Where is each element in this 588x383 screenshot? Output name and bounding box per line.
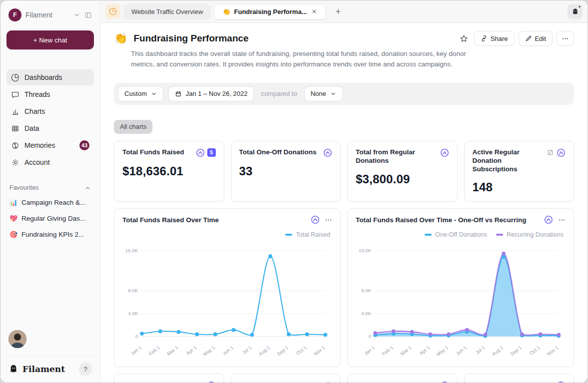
date-range-button[interactable]: Jan 1 – Nov 26, 2022 — [168, 86, 254, 101]
favourites-header[interactable]: Favourites — [6, 184, 94, 191]
dashboards-home-button[interactable] — [105, 4, 120, 19]
favourite-label: Regular Giving Das... — [21, 215, 85, 222]
favourite-item[interactable]: 🎯 Fundraising KPIs 2... — [6, 227, 94, 241]
new-tab-button[interactable] — [332, 5, 345, 18]
kpi-card-total-funds-raised[interactable]: Total Funds Raised S $18,636.01 — [114, 141, 224, 202]
kpi-card-active-subscriptions[interactable]: Active Regular Donation Subscriptions 14… — [464, 141, 575, 202]
svg-text:Oct 1: Oct 1 — [295, 345, 308, 357]
pie-chart-icon — [11, 73, 19, 82]
legend-item[interactable]: Recurring Donations — [496, 231, 564, 238]
sidebar-item-threads[interactable]: Threads — [6, 86, 94, 102]
tab-label: Website Traffic Overview — [131, 8, 203, 15]
chart-legend: One-Off DonationsRecurring Donations — [356, 231, 564, 238]
assistant-ghost-button[interactable]: ✦ — [568, 4, 583, 19]
svg-text:Sep 1: Sep 1 — [509, 345, 523, 357]
favourite-star-button[interactable] — [458, 32, 470, 45]
dashboard-emoji: 👏 — [114, 31, 127, 46]
close-icon[interactable] — [311, 8, 317, 14]
bar-chart-icon — [11, 107, 19, 116]
chart-badge-icon — [323, 148, 332, 157]
kpi-title: Active Regular Donation Subscriptions — [473, 148, 544, 174]
user-avatar[interactable] — [8, 330, 26, 348]
workspace-logo: F — [8, 8, 21, 21]
chevron-down-icon[interactable] — [73, 11, 80, 18]
favourite-item[interactable]: 💖 Regular Giving Das... — [6, 211, 94, 225]
sidebar-item-memories[interactable]: Memories 43 — [6, 137, 94, 153]
kpi-card-total-one-off-donations[interactable]: Total One-Off Donations 33 — [231, 141, 341, 202]
tab-fundraising-performance[interactable]: 👏 Fundraising Performa... — [214, 4, 326, 19]
sidebar-item-charts[interactable]: Charts — [6, 103, 94, 119]
kpi-card-ticket-sales[interactable]: Total from Ticket Sales — [114, 374, 224, 383]
dashboard-description: This dashboard tracks the overall state … — [131, 49, 476, 70]
legend-item[interactable]: One-Off Donations — [425, 231, 487, 238]
chart-card-total-funds-over-time[interactable]: Total Funds Raised Over Time Total Raise… — [114, 208, 341, 367]
sidebar-item-data[interactable]: Data — [6, 120, 94, 136]
dashboard-header: 👏 Fundraising Performance Share — [114, 31, 574, 46]
tab-label: Fundraising Performa... — [234, 8, 307, 15]
svg-text:Nov 1: Nov 1 — [546, 345, 560, 357]
chart-more-button[interactable] — [325, 216, 332, 224]
main-area: Website Traffic Overview 👏 Fundraising P… — [100, 0, 588, 383]
chart-card-one-off-vs-recurring[interactable]: Total Funds Raised Over Time - One-Off v… — [347, 208, 574, 367]
legend-item[interactable]: Total Raised — [285, 231, 330, 238]
sidebar-item-dashboards[interactable]: Dashboards — [6, 69, 94, 85]
sidebar-footer: Filament ? — [6, 363, 94, 377]
no-chart-icon — [547, 149, 554, 156]
chart-badge-icon — [557, 148, 566, 157]
compare-dropdown[interactable]: None — [304, 86, 343, 101]
svg-text:Sep 1: Sep 1 — [276, 345, 289, 357]
chart-badge-icon — [544, 215, 553, 224]
chart-more-button[interactable] — [558, 216, 566, 224]
svg-text:Feb 1: Feb 1 — [148, 345, 161, 357]
new-chat-button[interactable]: + New chat — [6, 30, 94, 49]
all-charts-chip[interactable]: All charts — [114, 120, 152, 134]
svg-text:May 1: May 1 — [202, 345, 216, 358]
svg-text:Oct 1: Oct 1 — [529, 345, 541, 357]
favourite-item[interactable]: 📊 Campaign Reach &... — [6, 195, 94, 209]
sidebar-item-account[interactable]: Account — [6, 154, 94, 170]
chart-badge-icon — [557, 381, 566, 383]
link-icon — [481, 35, 488, 42]
header-actions: Share Edit — [458, 31, 574, 46]
favourite-label: Campaign Reach &... — [21, 199, 85, 206]
sidebar-item-label: Account — [24, 158, 50, 166]
help-button[interactable]: ? — [79, 363, 92, 376]
more-options-button[interactable] — [557, 31, 574, 46]
svg-text:Jul 1: Jul 1 — [475, 345, 486, 356]
line-chart: 04.0K8.0K15.0KJan 1Feb 1Mar 1Apr 1May 1J… — [122, 240, 332, 363]
favourite-label: Fundraising KPIs 2... — [21, 231, 84, 238]
svg-text:Feb 1: Feb 1 — [381, 345, 394, 357]
svg-text:Aug 1: Aug 1 — [491, 345, 505, 357]
brain-icon — [11, 141, 19, 150]
sparkle-icon: ✦ — [578, 5, 581, 9]
chart-title: Total Funds Raised Over Time — [122, 216, 306, 224]
stripe-icon: S — [207, 148, 216, 157]
kpi-card-avg-donation-size[interactable]: Avg Donation Size (All — [464, 374, 575, 383]
ghost-logo-icon — [8, 364, 18, 374]
tab-emoji: 👏 — [222, 8, 230, 15]
kpi-card-total-regular-donations[interactable]: Total from Regular Donations $3,800.09 — [347, 141, 458, 202]
compare-value: None — [311, 90, 326, 97]
favourites-list: 📊 Campaign Reach &... 💖 Regular Giving D… — [6, 195, 94, 241]
edit-button[interactable]: Edit — [519, 31, 553, 46]
workspace-switcher[interactable]: F Filament — [6, 7, 94, 22]
svg-text:0: 0 — [369, 334, 372, 340]
svg-text:0: 0 — [135, 334, 138, 340]
sidebar-item-label: Dashboards — [24, 73, 62, 81]
sidebar-item-label: Charts — [24, 107, 45, 115]
memories-count-badge: 43 — [79, 140, 89, 150]
tab-bar: Website Traffic Overview 👏 Fundraising P… — [100, 0, 588, 23]
chart-badge-icon — [207, 381, 216, 383]
sidebar-item-label: Threads — [24, 90, 50, 98]
kpi-card-donation-form-conversion[interactable]: Donation Form Conversion — [231, 374, 341, 383]
svg-text:Mar 1: Mar 1 — [166, 345, 179, 357]
favourite-emoji: 📊 — [9, 199, 18, 206]
kpi-card-tickets-sold[interactable]: Number of Tickets Sold — [347, 374, 458, 383]
sidebar-toggle-icon[interactable] — [84, 11, 92, 19]
kpi-title: Avg Donation Size (All — [473, 381, 554, 383]
share-button[interactable]: Share — [474, 31, 515, 46]
range-type-dropdown[interactable]: Custom — [118, 86, 163, 101]
chevron-up-icon[interactable] — [84, 185, 91, 191]
tab-website-traffic-overview[interactable]: Website Traffic Overview — [123, 4, 211, 19]
svg-text:Jun 1: Jun 1 — [221, 345, 234, 357]
